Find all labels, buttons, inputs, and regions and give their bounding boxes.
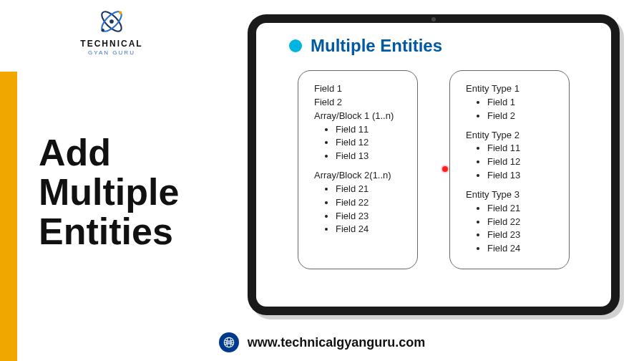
entity-box-left: Field 1 Field 2 Array/Block 1 (1..n) Fie… [298,70,418,269]
page-heading: Add Multiple Entities [39,133,179,251]
slide-title: Multiple Entities [311,36,442,56]
field-list: Field 21 Field 22 Field 23 Field 24 [336,183,401,236]
list-item: Field 12 [336,136,401,150]
svg-point-2 [109,19,114,24]
entity-boxes-container: Field 1 Field 2 Array/Block 1 (1..n) Fie… [276,70,591,269]
svg-point-3 [119,11,122,14]
footer: www.technicalgyanguru.com [0,332,644,352]
tablet-device: Multiple Entities Field 1 Field 2 Array/… [248,14,620,315]
list-item: Field 12 [487,155,553,169]
accent-bar [0,72,17,361]
list-item: Field 24 [487,242,553,256]
bullet-icon [289,39,302,52]
list-item: Field 11 [487,142,553,155]
heading-line-2: Multiple [39,173,179,212]
field-label: Field 2 [314,96,401,110]
laser-pointer-icon [442,166,448,172]
entity-type-label: Entity Type 3 [466,188,553,202]
svg-point-4 [101,29,104,32]
slide-title-row: Multiple Entities [289,36,591,56]
entity-box-right: Entity Type 1 Field 1 Field 2 Entity Typ… [449,70,570,269]
list-item: Field 22 [336,196,401,210]
list-item: Field 13 [336,150,401,163]
logo-text-sub: GYAN GURU [69,49,155,56]
list-item: Field 11 [336,123,401,137]
list-item: Field 21 [336,183,401,196]
field-list: Field 21 Field 22 Field 23 Field 24 [487,202,553,256]
field-list: Field 1 Field 2 [487,96,553,123]
entity-type-label: Entity Type 1 [466,82,553,96]
block-label: Array/Block 2(1..n) [314,169,401,183]
logo-text-main: TECHNICAL [69,39,155,49]
list-item: Field 23 [487,228,553,242]
tablet-camera [431,17,436,21]
tablet-screen: Multiple Entities Field 1 Field 2 Array/… [256,23,611,307]
footer-url: www.technicalgyanguru.com [248,335,425,350]
list-item: Field 1 [487,96,553,110]
logo-atom-icon [96,6,127,37]
list-item: Field 24 [336,223,401,236]
brand-logo: TECHNICAL GYAN GURU [69,6,155,56]
block-label: Array/Block 1 (1..n) [314,110,401,123]
globe-icon [219,332,239,352]
list-item: Field 23 [336,210,401,223]
entity-type-label: Entity Type 2 [466,129,553,143]
field-list: Field 11 Field 12 Field 13 [336,123,401,164]
heading-line-1: Add [39,133,179,173]
field-label: Field 1 [314,82,401,96]
list-item: Field 22 [487,216,553,229]
field-list: Field 11 Field 12 Field 13 [487,142,553,183]
list-item: Field 2 [487,110,553,123]
list-item: Field 21 [487,202,553,216]
list-item: Field 13 [487,169,553,183]
heading-line-3: Entities [39,212,179,251]
